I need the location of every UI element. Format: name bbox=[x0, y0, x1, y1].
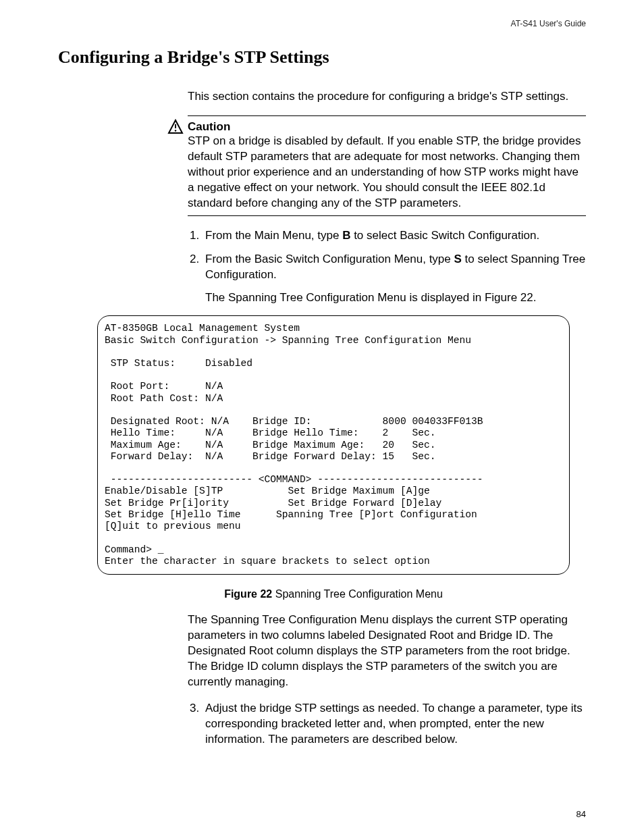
intro-paragraph: This section contains the procedure for … bbox=[188, 89, 586, 105]
step-3: Adjust the bridge STP settings as needed… bbox=[203, 701, 586, 748]
after-figure-paragraph: The Spanning Tree Configuration Menu dis… bbox=[188, 613, 586, 690]
page-number: 84 bbox=[576, 809, 586, 819]
running-header: AT-S41 User's Guide bbox=[58, 19, 586, 28]
step-1-key: B bbox=[342, 229, 350, 242]
figure-caption: Figure 22 Spanning Tree Configuration Me… bbox=[97, 588, 570, 600]
section-title: Configuring a Bridge's STP Settings bbox=[58, 47, 586, 68]
figure-number: Figure 22 bbox=[224, 588, 272, 600]
step-2-pre: From the Basic Switch Configuration Menu… bbox=[205, 253, 454, 265]
step-3-text: Adjust the bridge STP settings as needed… bbox=[205, 702, 583, 746]
step-list-1: From the Main Menu, type B to select Bas… bbox=[188, 228, 586, 307]
caution-box: Caution STP on a bridge is disabled by d… bbox=[188, 115, 586, 216]
page: AT-S41 User's Guide Configuring a Bridge… bbox=[0, 0, 644, 834]
step-1-pre: From the Main Menu, type bbox=[205, 229, 342, 242]
step-1: From the Main Menu, type B to select Bas… bbox=[203, 228, 586, 244]
step-2-key: S bbox=[454, 253, 462, 265]
figure-22: AT-8350GB Local Management System Basic … bbox=[97, 315, 570, 600]
after-figure-block: The Spanning Tree Configuration Menu dis… bbox=[188, 613, 586, 748]
figure-title: Spanning Tree Configuration Menu bbox=[272, 588, 443, 600]
step-2: From the Basic Switch Configuration Menu… bbox=[203, 252, 586, 307]
caution-label: Caution bbox=[188, 120, 230, 133]
intro-block: This section contains the procedure for … bbox=[188, 89, 586, 306]
caution-text: STP on a bridge is disabled by default. … bbox=[188, 134, 581, 209]
caution-icon bbox=[167, 119, 184, 135]
svg-point-2 bbox=[175, 130, 177, 132]
step-2-tail: The Spanning Tree Configuration Menu is … bbox=[205, 290, 586, 306]
step-list-2: Adjust the bridge STP settings as needed… bbox=[188, 701, 586, 748]
step-1-post: to select Basic Switch Configuration. bbox=[350, 229, 539, 242]
terminal-screenshot: AT-8350GB Local Management System Basic … bbox=[97, 315, 570, 575]
